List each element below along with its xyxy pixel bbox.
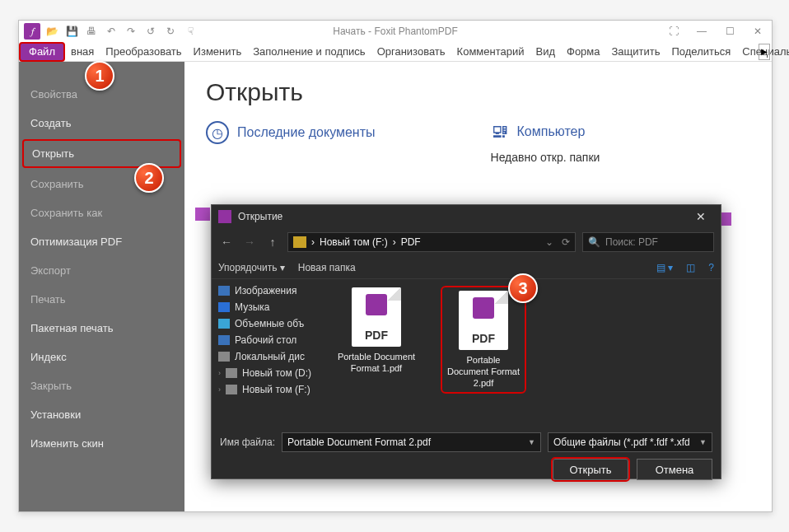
menu-item-fillsign[interactable]: Заполнение и подпись (247, 42, 371, 62)
view-mode-icon[interactable]: ▤ ▾ (656, 262, 673, 273)
sidebar-item-saveas[interactable]: Сохранить как (19, 198, 184, 227)
tree-vol-d[interactable]: ›Новый том (D:) (217, 365, 322, 381)
sidebar-item-export[interactable]: Экспорт (19, 256, 184, 285)
file-name-label: Portable Document Format 1.pdf (335, 352, 418, 375)
search-input[interactable]: 🔍 Поиск: PDF (582, 232, 714, 252)
file-item-selected[interactable]: PDF Portable Document Format 2.pdf (442, 287, 525, 392)
window-max-icon[interactable]: ☐ (719, 23, 740, 40)
newfolder-button[interactable]: Новая папка (298, 262, 356, 273)
sidebar-item-close[interactable]: Закрыть (19, 371, 184, 400)
file-sidebar: Свойства Создать Открыть Сохранить Сохра… (19, 62, 184, 511)
menu-file[interactable]: Файл (19, 42, 65, 62)
tree-music[interactable]: Музыка (217, 299, 322, 315)
nav-back-icon[interactable]: ← (218, 236, 235, 249)
search-icon: 🔍 (588, 236, 600, 248)
redo2-icon[interactable]: ↻ (162, 23, 179, 40)
window-title: Начать - Foxit PhantomPDF (333, 26, 458, 37)
filename-input[interactable]: Portable Document Format 2.pdf▼ (282, 432, 541, 452)
preview-pane-icon[interactable]: ◫ (686, 262, 695, 273)
menu-overflow-icon[interactable]: ▶ (759, 44, 770, 60)
dialog-app-icon (218, 210, 231, 223)
open-file-dialog: Открытие ✕ ← → ↑ › Новый том (F:) › PDF … (211, 204, 721, 479)
hand-icon[interactable]: ☟ (182, 23, 198, 40)
menu-item-edit[interactable]: Изменить (188, 42, 248, 62)
nav-tree: Изображения Музыка Объемные объ Рабочий … (212, 279, 327, 426)
window-min-icon[interactable]: — (691, 23, 712, 40)
window-collapse-icon[interactable]: ⛶ (663, 23, 684, 40)
folder-icon (293, 236, 306, 248)
menu-item-comment[interactable]: Комментарий (451, 42, 530, 62)
sidebar-item-skin[interactable]: Изменить скин (19, 429, 184, 458)
menu-item-share[interactable]: Поделиться (666, 42, 737, 62)
nav-up-icon[interactable]: ↑ (264, 236, 281, 249)
undo2-icon[interactable]: ↺ (142, 23, 159, 40)
app-logo-icon: 𝑓 (24, 23, 40, 40)
clock-icon: ◷ (206, 121, 229, 144)
bc-sep-icon: › (393, 236, 396, 248)
computer-icon: 🖳 (491, 121, 509, 142)
recent-folder-stub-icon (721, 212, 731, 226)
tree-local[interactable]: Локальный дис (217, 348, 322, 365)
dialog-close-icon[interactable]: ✕ (688, 207, 714, 226)
save-icon[interactable]: 💾 (63, 23, 80, 40)
recent-docs-label[interactable]: Последние документы (237, 125, 376, 140)
dialog-title: Открытие (238, 211, 282, 222)
tree-vol-f[interactable]: ›Новый том (F:) (217, 381, 322, 398)
sidebar-item-create[interactable]: Создать (19, 109, 184, 138)
sidebar-item-open[interactable]: Открыть (22, 139, 181, 168)
menu-item-organize[interactable]: Организовать (371, 42, 451, 62)
tree-3d[interactable]: Объемные объ (217, 315, 322, 332)
tree-pictures[interactable]: Изображения (217, 282, 322, 299)
print-icon[interactable]: 🖶 (83, 23, 100, 40)
callout-badge-1: 1 (85, 61, 114, 91)
redo-icon[interactable]: ↷ (123, 23, 139, 40)
sidebar-item-optimize[interactable]: Оптимизация PDF (19, 227, 184, 256)
sidebar-item-batchprint[interactable]: Пакетная печать (19, 314, 184, 343)
tree-desktop[interactable]: Рабочий стол (217, 332, 322, 348)
breadcrumb-refresh-icon[interactable]: ⟳ (562, 236, 570, 248)
breadcrumb[interactable]: › Новый том (F:) › PDF ⌄ ⟳ (287, 232, 576, 252)
titlebar: 𝑓 📂 💾 🖶 ↶ ↷ ↺ ↻ ☟ Начать - Foxit Phantom… (19, 21, 772, 42)
open-icon[interactable]: 📂 (44, 23, 60, 40)
sidebar-item-index[interactable]: Индекс (19, 343, 184, 371)
recent-doc-stub-icon (195, 208, 210, 221)
chevron-down-icon[interactable]: ▼ (528, 438, 535, 446)
sidebar-item-preferences[interactable]: Установки (19, 400, 184, 429)
bc-sep-icon: › (311, 236, 315, 248)
file-item[interactable]: PDF Portable Document Format 1.pdf (335, 287, 418, 375)
pdf-file-icon: PDF (352, 287, 401, 347)
filename-label: Имя файла: (220, 436, 275, 448)
breadcrumb-dropdown-icon[interactable]: ⌄ (545, 236, 553, 248)
menu-item-home[interactable]: вная (65, 42, 100, 62)
menubar: Файл вная Преобразовать Изменить Заполне… (19, 42, 772, 62)
menu-item-convert[interactable]: Преобразовать (100, 42, 187, 62)
nav-fwd-icon[interactable]: → (241, 236, 258, 249)
file-name-label: Portable Document Format 2.pdf (446, 355, 521, 389)
menu-item-protect[interactable]: Защитить (606, 42, 666, 62)
help-icon[interactable]: ? (708, 262, 714, 273)
menu-item-view[interactable]: Вид (530, 42, 561, 62)
breadcrumb-vol[interactable]: Новый том (F:) (320, 236, 388, 248)
pdf-file-icon: PDF (459, 291, 508, 350)
breadcrumb-folder[interactable]: PDF (401, 236, 421, 248)
callout-badge-3: 3 (508, 273, 538, 303)
search-placeholder: Поиск: PDF (605, 236, 658, 248)
computer-label[interactable]: Компьютер (517, 124, 586, 139)
sidebar-item-print[interactable]: Печать (19, 285, 184, 314)
chevron-down-icon[interactable]: ▼ (699, 438, 707, 446)
cancel-button[interactable]: Отмена (637, 459, 712, 480)
organize-button[interactable]: Упорядочить ▾ (218, 262, 285, 273)
open-button[interactable]: Открыть (553, 459, 628, 480)
undo-icon[interactable]: ↶ (103, 23, 119, 40)
filetype-select[interactable]: Общие файлы (*.pdf *.fdf *.xfd▼ (548, 432, 712, 452)
window-close-icon[interactable]: ✕ (747, 23, 768, 40)
callout-badge-2: 2 (134, 163, 164, 193)
page-title: Открыть (206, 78, 750, 106)
menu-item-form[interactable]: Форма (561, 42, 606, 62)
recent-folders-label: Недавно откр. папки (491, 151, 600, 164)
